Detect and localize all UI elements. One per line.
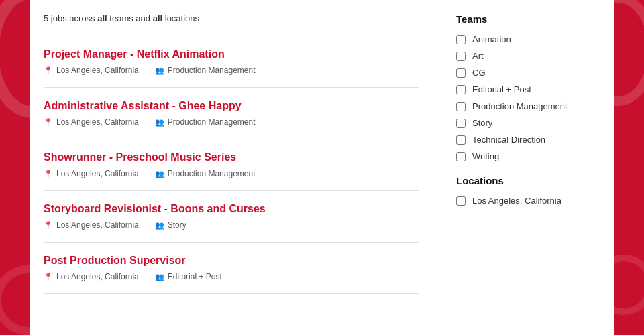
team-icon: 👥 [155, 66, 164, 75]
location-icon: 📍 [44, 170, 53, 178]
team-icon: 👥 [155, 221, 164, 230]
team-filter-option[interactable]: Writing [456, 151, 600, 161]
filter-panel: Teams AnimationArtCGEditorial + PostProd… [439, 0, 614, 335]
jobs-summary: 5 jobs across all teams and all location… [44, 13, 419, 23]
job-meta: 📍Los Angeles, California👥Production Mana… [44, 117, 419, 127]
deco-left-panel [0, 0, 30, 335]
team-filter-checkbox[interactable] [456, 85, 466, 94]
job-team: 👥Editorial + Post [155, 272, 222, 281]
locations-filter-title: Locations [456, 175, 600, 186]
team-filter-checkbox[interactable] [456, 35, 466, 44]
job-meta: 📍Los Angeles, California👥Editorial + Pos… [44, 272, 419, 281]
locations-filter-section: Locations Los Angeles, California [456, 175, 600, 206]
team-filter-option[interactable]: Technical Direction [456, 135, 600, 145]
job-title-link[interactable]: Storyboard Revisionist - Boons and Curse… [44, 203, 419, 215]
team-filter-checkbox[interactable] [456, 52, 466, 61]
all-locations-label: all [153, 13, 162, 23]
team-text: Production Management [168, 66, 256, 75]
team-filter-label[interactable]: Technical Direction [472, 135, 545, 145]
job-team: 👥Story [155, 220, 186, 230]
location-filter-label[interactable]: Los Angeles, California [472, 196, 561, 206]
jobs-list: Project Manager - Netflix Animation📍Los … [44, 36, 419, 294]
job-team: 👥Production Management [155, 117, 256, 127]
job-team: 👥Production Management [155, 169, 256, 178]
job-title-link[interactable]: Project Manager - Netflix Animation [44, 48, 419, 60]
team-filter-option[interactable]: Art [456, 51, 600, 61]
job-location: 📍Los Angeles, California [44, 272, 139, 281]
team-filter-label[interactable]: Writing [472, 151, 499, 161]
table-row: Administrative Assistant - Ghee Happy📍Lo… [44, 87, 419, 139]
location-text: Los Angeles, California [56, 66, 139, 75]
job-location: 📍Los Angeles, California [44, 66, 139, 75]
summary-text-mid: teams and [109, 13, 152, 23]
team-filter-checkbox[interactable] [456, 68, 466, 78]
jobs-panel: 5 jobs across all teams and all location… [30, 0, 439, 335]
teams-filter-title: Teams [456, 13, 600, 25]
job-location: 📍Los Angeles, California [44, 220, 139, 230]
job-meta: 📍Los Angeles, California👥Story [44, 220, 419, 230]
teams-filter-section: Teams AnimationArtCGEditorial + PostProd… [456, 13, 600, 161]
team-filter-label[interactable]: Art [472, 51, 484, 61]
location-icon: 📍 [44, 118, 53, 127]
job-location: 📍Los Angeles, California [44, 117, 139, 127]
team-filter-label[interactable]: Editorial + Post [472, 84, 531, 94]
team-text: Production Management [168, 169, 256, 178]
job-count: 5 [44, 13, 48, 23]
team-text: Editorial + Post [168, 272, 222, 281]
team-filter-option[interactable]: Editorial + Post [456, 84, 600, 94]
team-filter-checkbox[interactable] [456, 152, 466, 161]
job-title-link[interactable]: Showrunner - Preschool Music Series [44, 151, 419, 163]
location-filter-option[interactable]: Los Angeles, California [456, 196, 600, 206]
team-icon: 👥 [155, 170, 164, 178]
team-filter-label[interactable]: Animation [472, 34, 511, 44]
team-filter-option[interactable]: Story [456, 118, 600, 128]
deco-right-panel [614, 0, 644, 335]
location-text: Los Angeles, California [56, 117, 139, 127]
team-filter-checkbox[interactable] [456, 119, 466, 128]
team-filter-label[interactable]: Story [472, 118, 492, 128]
job-meta: 📍Los Angeles, California👥Production Mana… [44, 66, 419, 75]
job-meta: 📍Los Angeles, California👥Production Mana… [44, 169, 419, 178]
job-team: 👥Production Management [155, 66, 256, 75]
location-text: Los Angeles, California [56, 272, 139, 281]
team-icon: 👥 [155, 273, 164, 281]
table-row: Showrunner - Preschool Music Series📍Los … [44, 139, 419, 190]
summary-text-before: jobs across [51, 13, 97, 23]
job-title-link[interactable]: Post Production Supervisor [44, 255, 419, 267]
all-teams-label: all [97, 13, 107, 23]
team-filter-label[interactable]: Production Management [472, 101, 568, 111]
team-filter-checkbox[interactable] [456, 102, 466, 111]
team-text: Story [168, 220, 186, 230]
location-text: Los Angeles, California [56, 169, 139, 178]
location-icon: 📍 [44, 273, 53, 281]
location-text: Los Angeles, California [56, 220, 139, 230]
location-icon: 📍 [44, 66, 53, 75]
teams-options: AnimationArtCGEditorial + PostProduction… [456, 34, 600, 161]
team-filter-label[interactable]: CG [472, 68, 486, 78]
table-row: Project Manager - Netflix Animation📍Los … [44, 36, 419, 87]
table-row: Storyboard Revisionist - Boons and Curse… [44, 190, 419, 242]
team-text: Production Management [168, 117, 256, 127]
team-filter-option[interactable]: CG [456, 68, 600, 78]
main-content: 5 jobs across all teams and all location… [30, 0, 614, 335]
location-filter-checkbox[interactable] [456, 196, 466, 206]
job-title-link[interactable]: Administrative Assistant - Ghee Happy [44, 100, 419, 112]
team-icon: 👥 [155, 118, 164, 127]
summary-text-after: locations [165, 13, 199, 23]
team-filter-option[interactable]: Animation [456, 34, 600, 44]
job-location: 📍Los Angeles, California [44, 169, 139, 178]
locations-options: Los Angeles, California [456, 196, 600, 206]
location-icon: 📍 [44, 221, 53, 230]
team-filter-checkbox[interactable] [456, 135, 466, 145]
table-row: Post Production Supervisor📍Los Angeles, … [44, 242, 419, 294]
team-filter-option[interactable]: Production Management [456, 101, 600, 111]
